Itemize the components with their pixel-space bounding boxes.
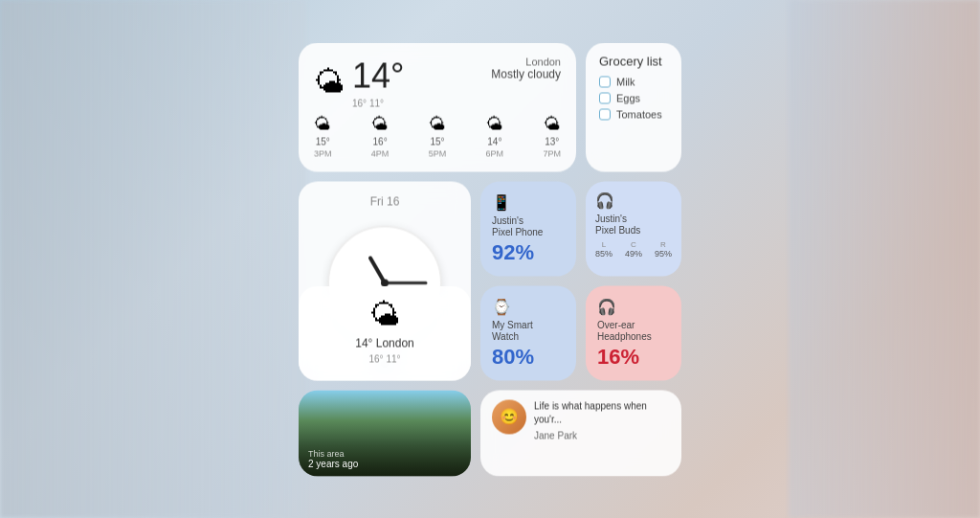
forecast-icon-3: 🌤	[486, 114, 503, 134]
forecast-icon-2: 🌤	[429, 114, 446, 134]
forecast-time-3: 6PM	[486, 148, 504, 158]
forecast-icon-0: 🌤	[314, 114, 331, 134]
forecast-temp-4: 13°	[545, 136, 559, 146]
grocery-label-tomatoes: Tomatoes	[616, 108, 662, 120]
social-content: Life is what happens when you'r... Jane …	[534, 399, 670, 440]
bud-center-value: 49%	[625, 248, 642, 258]
social-text: Life is what happens when you'r...	[534, 399, 670, 426]
buds-icon: 🎧	[595, 191, 672, 209]
forecast-time-2: 5PM	[429, 148, 447, 158]
grocery-title: Grocery list	[599, 54, 668, 68]
photo-overlay: This area 2 years ago	[299, 440, 471, 476]
forecast-item-1: 🌤 16° 4PM	[371, 114, 390, 158]
forecast-item-0: 🌤 15° 3PM	[314, 114, 332, 158]
bud-right-value: 95%	[655, 248, 672, 258]
weather-condition: Mostly cloudy	[491, 67, 561, 80]
headphones-icon: 🎧	[597, 297, 670, 315]
weather-top: 🌤 14° 16° 11° London Mostly cloudy	[314, 56, 561, 108]
weather-small-widget[interactable]: 🌤 14° London 16° 11°	[299, 285, 471, 380]
weather-temp-container: 14° 16° 11°	[352, 56, 404, 108]
grocery-item-tomatoes[interactable]: Tomatoes	[599, 108, 668, 120]
grocery-label-eggs: Eggs	[616, 92, 640, 103]
watch-icon: ⌚	[492, 297, 565, 315]
bud-right: R 95%	[655, 239, 672, 258]
social-name: Jane Park	[534, 430, 670, 440]
forecast-temp-2: 15°	[430, 136, 444, 146]
bud-left: L 85%	[595, 239, 612, 258]
grocery-item-milk[interactable]: Milk	[599, 76, 668, 87]
photo-time: 2 years ago	[308, 458, 461, 468]
bud-left-label: L	[602, 239, 606, 248]
weather-small-icon: 🌤	[369, 297, 400, 332]
buds-channels: L 85% C 49% R 95%	[595, 239, 672, 258]
weather-forecast: 🌤 15° 3PM 🌤 16° 4PM 🌤 15° 5PM 🌤 14° 6PM …	[314, 114, 561, 158]
headphones-name: Over-ear Headphones	[597, 319, 670, 342]
widget-area: 🌤 14° 16° 11° London Mostly cloudy 🌤 15°…	[299, 42, 681, 476]
headphones-battery: 16%	[597, 344, 670, 369]
bud-center: C 49%	[625, 239, 642, 258]
grocery-item-eggs[interactable]: Eggs	[599, 92, 668, 103]
forecast-time-1: 4PM	[371, 148, 390, 158]
clock-minute-hand	[385, 282, 427, 284]
device-headphones-widget[interactable]: 🎧 Over-ear Headphones 16%	[586, 285, 681, 380]
grocery-checkbox-tomatoes[interactable]	[599, 108, 611, 120]
weather-temperature: 14°	[352, 56, 404, 96]
grocery-widget[interactable]: Grocery list Milk Eggs Tomatoes	[586, 42, 681, 171]
device-watch-widget[interactable]: ⌚ My Smart Watch 80%	[480, 285, 576, 380]
phone-icon: 📱	[492, 192, 565, 211]
forecast-temp-0: 15°	[316, 136, 330, 146]
forecast-time-0: 3PM	[314, 148, 332, 158]
avatar-emoji: 😊	[500, 408, 519, 426]
clock-date: Fri 16	[370, 194, 400, 208]
forecast-icon-1: 🌤	[371, 114, 389, 134]
weather-widget[interactable]: 🌤 14° 16° 11° London Mostly cloudy 🌤 15°…	[299, 42, 576, 171]
forecast-temp-3: 14°	[487, 136, 501, 146]
bg-left-blur	[0, 0, 306, 518]
phone-battery: 92%	[492, 239, 565, 264]
forecast-time-4: 7PM	[543, 148, 561, 158]
forecast-temp-1: 16°	[373, 136, 388, 146]
bud-left-value: 85%	[595, 248, 612, 258]
social-widget[interactable]: 😊 Life is what happens when you'r... Jan…	[480, 390, 681, 476]
bg-right-blur	[789, 0, 980, 518]
bud-right-label: R	[660, 239, 666, 248]
grocery-label-milk: Milk	[616, 76, 635, 87]
bud-center-label: C	[631, 239, 636, 248]
weather-location: London	[491, 56, 561, 67]
forecast-item-4: 🌤 13° 7PM	[543, 114, 561, 158]
device-phone-widget[interactable]: 📱 Justin's Pixel Phone 92%	[480, 181, 576, 276]
photo-area-label: This area	[308, 448, 461, 458]
grocery-checkbox-eggs[interactable]	[599, 92, 611, 103]
weather-right: London Mostly cloudy	[491, 56, 561, 80]
device-buds-widget[interactable]: 🎧 Justin's Pixel Buds L 85% C 49% R 95%	[586, 181, 681, 276]
weather-icon: 🌤	[314, 64, 345, 100]
grocery-checkbox-milk[interactable]	[599, 76, 611, 87]
weather-small-minmax: 16° 11°	[368, 353, 400, 364]
weather-left: 🌤 14° 16° 11°	[314, 56, 404, 108]
weather-minmax: 16° 11°	[352, 98, 404, 108]
watch-battery: 80%	[492, 344, 565, 369]
forecast-item-3: 🌤 14° 6PM	[486, 114, 504, 158]
buds-name: Justin's Pixel Buds	[595, 213, 672, 236]
photo-widget[interactable]: This area 2 years ago	[299, 390, 471, 476]
weather-small-temp: 14° London	[355, 336, 414, 349]
phone-name: Justin's Pixel Phone	[492, 214, 565, 237]
forecast-item-2: 🌤 15° 5PM	[429, 114, 447, 158]
social-avatar: 😊	[492, 399, 526, 434]
watch-name: My Smart Watch	[492, 319, 565, 342]
forecast-icon-4: 🌤	[544, 114, 561, 134]
